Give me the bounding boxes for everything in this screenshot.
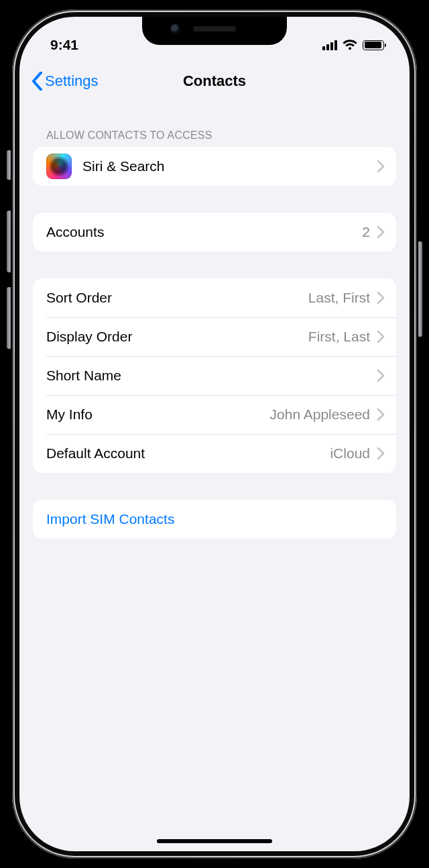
phone-frame: 9:41 Settings Contacts	[12, 9, 417, 859]
row-value: John Appleseed	[270, 406, 370, 423]
group-accounts: Accounts 2	[33, 213, 396, 252]
navigation-bar: Settings Contacts	[19, 60, 410, 103]
row-label: Accounts	[46, 224, 104, 240]
row-label: My Info	[46, 406, 93, 423]
chevron-right-icon	[377, 370, 384, 382]
speaker-grille	[193, 26, 236, 32]
notch	[142, 17, 287, 45]
row-value: Last, First	[308, 290, 370, 306]
group-import: Import SIM Contacts	[33, 500, 396, 539]
siri-icon	[46, 154, 72, 179]
row-label: Display Order	[46, 329, 132, 345]
row-import-sim-contacts[interactable]: Import SIM Contacts	[33, 500, 396, 539]
volume-down-button[interactable]	[7, 287, 12, 349]
row-label: Default Account	[46, 445, 145, 462]
screen: 9:41 Settings Contacts	[19, 17, 410, 851]
cellular-icon	[322, 40, 337, 50]
row-label: Short Name	[46, 368, 121, 384]
volume-up-button[interactable]	[7, 211, 12, 272]
row-short-name[interactable]: Short Name	[33, 356, 396, 395]
power-button[interactable]	[417, 241, 422, 337]
row-label: Siri & Search	[82, 158, 165, 174]
back-label: Settings	[45, 72, 99, 90]
group-preferences: Sort Order Last, First Display Order Fir…	[33, 278, 396, 473]
chevron-right-icon	[377, 409, 384, 421]
row-default-account[interactable]: Default Account iCloud	[33, 434, 396, 473]
content: ALLOW CONTACTS TO ACCESS Siri & Search A…	[19, 116, 410, 851]
row-value: 2	[362, 224, 370, 240]
status-right	[322, 40, 384, 50]
status-time: 9:41	[50, 37, 78, 53]
group-access: Siri & Search	[33, 147, 396, 186]
chevron-right-icon	[377, 160, 384, 172]
chevron-right-icon	[377, 447, 384, 459]
row-my-info[interactable]: My Info John Appleseed	[33, 395, 396, 434]
row-accounts[interactable]: Accounts 2	[33, 213, 396, 252]
row-value: First, Last	[308, 329, 370, 345]
home-indicator[interactable]	[157, 839, 272, 843]
row-label: Sort Order	[46, 290, 112, 306]
row-label: Import SIM Contacts	[46, 511, 174, 527]
row-sort-order[interactable]: Sort Order Last, First	[33, 278, 396, 317]
chevron-right-icon	[377, 226, 384, 238]
front-camera	[170, 24, 180, 34]
chevron-right-icon	[377, 292, 384, 304]
row-value: iCloud	[330, 445, 370, 462]
row-siri-search[interactable]: Siri & Search	[33, 147, 396, 186]
back-button[interactable]: Settings	[19, 72, 99, 91]
battery-icon	[363, 40, 384, 50]
chevron-right-icon	[377, 331, 384, 343]
row-display-order[interactable]: Display Order First, Last	[33, 317, 396, 356]
wifi-icon	[343, 40, 357, 50]
section-header-access: ALLOW CONTACTS TO ACCESS	[33, 116, 396, 147]
silence-switch[interactable]	[7, 150, 12, 180]
chevron-left-icon	[32, 72, 43, 91]
